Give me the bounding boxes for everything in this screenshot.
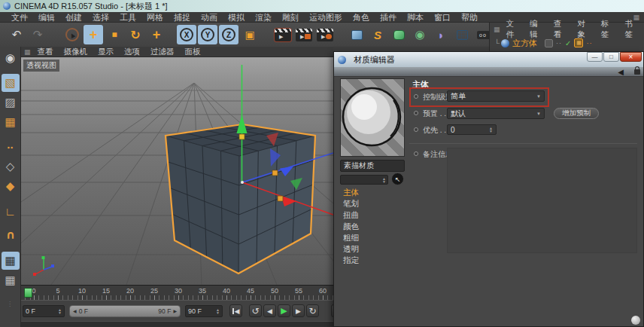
scale-tool[interactable]: ■ [105, 25, 124, 44]
param-dot[interactable] [414, 127, 418, 132]
menu-item-file[interactable]: 文件 [6, 12, 33, 23]
priority-input[interactable]: 0 ▲▼ [447, 124, 497, 135]
end-frame-stepper[interactable]: ▲▼ [216, 308, 220, 314]
undo-button[interactable]: ↶ [7, 25, 26, 44]
vp-menu-panel[interactable]: 面板 [180, 47, 206, 57]
material-preview[interactable] [340, 78, 405, 157]
minimize-button[interactable]: — [587, 52, 603, 62]
spline-pen-button[interactable]: S [368, 25, 387, 44]
points-mode-button[interactable]: ∙∙ [2, 138, 20, 156]
frame-range-slider[interactable]: ◀ 0 F 90 F ▶ [69, 305, 181, 317]
tab-main[interactable]: 主体 [337, 187, 405, 198]
lock-y-button[interactable]: Y [198, 25, 217, 44]
tab-distort[interactable]: 扭曲 [337, 209, 405, 221]
menu-item-render[interactable]: 渲染 [250, 12, 277, 23]
model-mode-button[interactable]: ▧ [2, 74, 20, 92]
edges-mode-button[interactable]: ◇ [2, 157, 20, 176]
paint-mode-button[interactable]: ◉ [2, 49, 20, 67]
back-arrow-icon[interactable]: ◀ [618, 68, 624, 76]
vp-menu-display[interactable]: 显示 [93, 47, 119, 57]
snap-button[interactable]: ∪ [2, 227, 20, 245]
preview-render-button[interactable]: ↖ [391, 173, 404, 185]
viewport-canvas[interactable]: 透视视图 [21, 57, 333, 285]
update-workplane-button[interactable]: ▦ [2, 271, 20, 289]
tab-opacity[interactable]: 透明 [337, 243, 405, 255]
redo-button[interactable]: ↷ [28, 25, 47, 44]
range-right-arrow[interactable]: ▶ [173, 308, 177, 313]
close-button[interactable]: × [620, 52, 642, 62]
render-view-button[interactable]: ▶ [273, 25, 293, 44]
previous-key-button[interactable]: ◀ [263, 304, 276, 317]
dialog-titlebar[interactable]: 材质编辑器 — □ × [334, 52, 643, 67]
goto-start-button[interactable]: ◀ [229, 304, 242, 317]
lock-icon[interactable] [634, 69, 640, 75]
vp-menu-options[interactable]: 选项 [119, 47, 145, 57]
preset-select[interactable]: 默认 ▼ [447, 108, 545, 119]
primitive-cube-button[interactable] [347, 25, 366, 44]
render-settings-button[interactable]: ▶ [315, 25, 335, 44]
mograph-button[interactable]: ◉ [410, 25, 430, 44]
window-titlebar[interactable]: CINEMA 4D R15.057 Studio - [未标题 1 *] [0, 0, 644, 12]
material-dots-icon[interactable]: ·· [586, 39, 592, 47]
tab-thickness[interactable]: 粗细 [337, 232, 405, 243]
coordinate-system-button[interactable]: ▣ [240, 25, 260, 44]
texture-tag-icon[interactable]: ▦ [574, 38, 583, 47]
workplane-mode-button[interactable]: ▦ [2, 113, 20, 131]
texture-mode-button[interactable]: ▨ [2, 93, 20, 112]
visibility-dots-icon[interactable]: ·· [556, 39, 562, 47]
enabled-check-icon[interactable]: ✓ [565, 39, 571, 47]
om-menu-bookmarks[interactable]: 书签 [620, 19, 644, 40]
add-preset-button[interactable]: 增加预制 [554, 108, 599, 119]
notes-area[interactable] [447, 148, 637, 253]
menu-item-help[interactable]: 帮助 [456, 12, 483, 23]
menu-item-script[interactable]: 脚本 [402, 12, 429, 23]
lock-z-button[interactable]: Z [219, 25, 238, 44]
om-menu-objects[interactable]: 对象 [573, 19, 597, 40]
play-backward-button[interactable]: ↺ [249, 304, 262, 317]
y-handle[interactable] [239, 134, 245, 139]
move-tool[interactable]: + [84, 25, 103, 44]
vp-menu-view[interactable]: 查看 [32, 47, 59, 57]
om-menu-tags[interactable]: 标签 [597, 19, 621, 40]
menu-item-edit[interactable]: 编辑 [33, 12, 60, 23]
viewport-grip-icon[interactable]: ▦ [24, 48, 31, 56]
menu-item-character[interactable]: 角色 [348, 12, 375, 23]
frame-stepper[interactable]: ▲▼ [58, 308, 62, 314]
gizmo-center[interactable] [241, 181, 244, 184]
vp-menu-filter[interactable]: 过滤器 [145, 47, 180, 57]
maximize-button[interactable]: □ [603, 52, 619, 62]
om-menu-view[interactable]: 查看 [549, 19, 573, 40]
subdivision-surface-button[interactable] [389, 25, 409, 44]
rotate-tool[interactable]: ↻ [126, 25, 145, 44]
polygons-mode-button[interactable]: ◆ [2, 177, 20, 195]
deformer-button[interactable]: ◗ [431, 25, 451, 44]
tab-color[interactable]: 颜色 [337, 221, 405, 232]
z-handle[interactable] [272, 170, 278, 176]
material-name-input[interactable]: 素描材质 [340, 160, 405, 172]
render-region-button[interactable]: ▶ [294, 25, 314, 44]
menu-item-simulate[interactable]: 模拟 [223, 12, 250, 23]
menu-item-create[interactable]: 创建 [60, 12, 87, 23]
end-frame-field[interactable]: 90 F ▲▼ [185, 305, 223, 317]
param-dot[interactable] [414, 151, 418, 156]
timeline-ruler[interactable]: 0 5 10 15 20 25 30 35 40 45 50 55 60 [21, 285, 333, 300]
environment-button[interactable] [452, 25, 472, 44]
menu-item-animate[interactable]: 动画 [196, 12, 223, 23]
axis-mode-button[interactable]: ∟ [2, 202, 20, 220]
menu-item-tools[interactable]: 工具 [114, 12, 141, 23]
playhead[interactable] [24, 288, 32, 298]
object-name[interactable]: 立方体 [512, 38, 537, 49]
tab-strokes[interactable]: 笔划 [337, 198, 405, 209]
panel-grip-icon[interactable]: ▦ [494, 26, 500, 33]
next-key-button[interactable]: ▶ [292, 304, 305, 317]
menu-item-plugins[interactable]: 插件 [375, 12, 402, 23]
menu-item-mesh[interactable]: 网格 [141, 12, 169, 23]
last-tool-button[interactable]: + [147, 25, 166, 44]
loop-button[interactable]: ↻ [306, 304, 319, 317]
camera-button[interactable]: oo [473, 25, 489, 44]
menu-item-mograph[interactable]: 运动图形 [304, 12, 348, 23]
resize-grip[interactable] [631, 316, 640, 325]
menu-item-snap[interactable]: 捕捉 [169, 12, 196, 23]
vp-menu-cameras[interactable]: 摄像机 [59, 47, 93, 57]
param-dot[interactable] [414, 111, 418, 115]
